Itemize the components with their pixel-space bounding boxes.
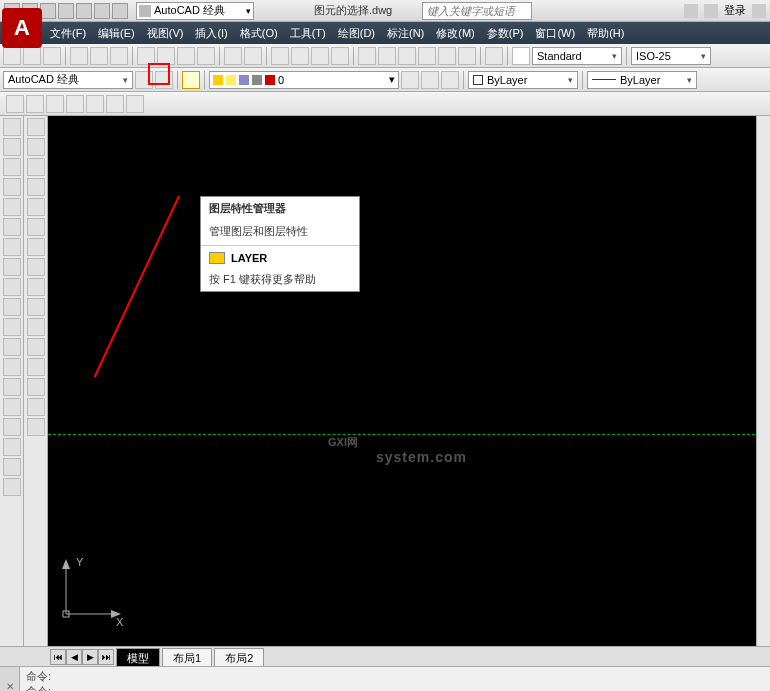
chamfer-icon[interactable] — [27, 378, 45, 396]
ellipse-icon[interactable] — [3, 298, 21, 316]
workspace-name[interactable] — [154, 5, 244, 17]
erase-icon[interactable] — [27, 118, 45, 136]
redo-icon[interactable] — [112, 3, 128, 19]
chevron-down-icon[interactable]: ▾ — [246, 6, 251, 16]
dim-ordinate-icon[interactable] — [126, 95, 144, 113]
tab-prev-icon[interactable]: ◀ — [66, 649, 82, 665]
textstyle-icon[interactable] — [512, 47, 530, 65]
rotate-icon[interactable] — [27, 238, 45, 256]
join-icon[interactable] — [27, 358, 45, 376]
print-icon[interactable] — [70, 47, 88, 65]
design-center-icon[interactable] — [378, 47, 396, 65]
preview-icon[interactable] — [90, 47, 108, 65]
paste-icon[interactable] — [177, 47, 195, 65]
tab-last-icon[interactable]: ⏭ — [98, 649, 114, 665]
rectangle-icon[interactable] — [3, 198, 21, 216]
menu-window[interactable]: 窗口(W) — [529, 23, 581, 43]
v-scrollbar[interactable] — [756, 116, 770, 646]
open-file-icon[interactable] — [23, 47, 41, 65]
menu-insert[interactable]: 插入(I) — [189, 23, 233, 43]
polyline-icon[interactable] — [3, 158, 21, 176]
menu-dimension[interactable]: 标注(N) — [381, 23, 430, 43]
break-icon[interactable] — [27, 338, 45, 356]
publish-icon[interactable] — [110, 47, 128, 65]
dim-arc-icon[interactable] — [66, 95, 84, 113]
match-prop-icon[interactable] — [197, 47, 215, 65]
text-style-selector[interactable]: Standard ▾ — [532, 47, 622, 65]
undo-btn-icon[interactable] — [224, 47, 242, 65]
save-icon[interactable] — [40, 3, 56, 19]
region-icon[interactable] — [3, 438, 21, 456]
tool-palette-icon[interactable] — [398, 47, 416, 65]
layer-prev-icon[interactable] — [441, 71, 459, 89]
array-icon[interactable] — [27, 198, 45, 216]
new-file-icon[interactable] — [3, 47, 21, 65]
fillet-icon[interactable] — [27, 398, 45, 416]
circle-icon[interactable] — [3, 238, 21, 256]
markup-icon[interactable] — [438, 47, 456, 65]
revcloud-icon[interactable] — [3, 258, 21, 276]
properties-icon[interactable] — [358, 47, 376, 65]
calc-icon[interactable] — [458, 47, 476, 65]
zoom-window-icon[interactable] — [311, 47, 329, 65]
menu-view[interactable]: 视图(V) — [141, 23, 190, 43]
arc-icon[interactable] — [3, 218, 21, 236]
drawing-canvas[interactable]: 图层特性管理器 管理图层和图层特性 LAYER 按 F1 键获得更多帮助 GXI… — [48, 116, 770, 646]
pan-icon[interactable] — [271, 47, 289, 65]
help-icon[interactable] — [485, 47, 503, 65]
dim-linear-icon[interactable] — [6, 95, 24, 113]
menu-parametric[interactable]: 参数(P) — [481, 23, 530, 43]
menu-edit[interactable]: 编辑(E) — [92, 23, 141, 43]
close-icon[interactable]: ✕ — [6, 681, 14, 691]
point-icon[interactable] — [3, 378, 21, 396]
table-icon[interactable] — [3, 458, 21, 476]
copy-obj-icon[interactable] — [27, 138, 45, 156]
menu-draw[interactable]: 绘图(D) — [332, 23, 381, 43]
hatch-icon[interactable] — [3, 398, 21, 416]
menu-file[interactable]: 文件(F) — [44, 23, 92, 43]
workspace-combo[interactable]: AutoCAD 经典 ▾ — [3, 71, 133, 89]
xline-icon[interactable] — [3, 138, 21, 156]
extend-icon[interactable] — [27, 318, 45, 336]
gradient-icon[interactable] — [3, 418, 21, 436]
dim-angular-icon[interactable] — [46, 95, 64, 113]
offset-icon[interactable] — [27, 178, 45, 196]
undo-icon[interactable] — [94, 3, 110, 19]
stretch-icon[interactable] — [27, 278, 45, 296]
infocenter-icon[interactable] — [684, 4, 698, 18]
ellipse-arc-icon[interactable] — [3, 318, 21, 336]
layer-iso-icon[interactable] — [421, 71, 439, 89]
move-icon[interactable] — [27, 218, 45, 236]
search-input[interactable] — [422, 2, 532, 20]
dim-diameter-icon[interactable] — [106, 95, 124, 113]
layer-states-icon[interactable] — [401, 71, 419, 89]
polygon-icon[interactable] — [3, 178, 21, 196]
menu-tools[interactable]: 工具(T) — [284, 23, 332, 43]
insert-block-icon[interactable] — [3, 338, 21, 356]
saveas-icon[interactable] — [58, 3, 74, 19]
trim-icon[interactable] — [27, 298, 45, 316]
workspace-selector[interactable]: ▾ — [136, 2, 254, 20]
app-menu-button[interactable]: A — [2, 8, 42, 48]
dim-aligned-icon[interactable] — [26, 95, 44, 113]
scale-icon[interactable] — [27, 258, 45, 276]
zoom-icon[interactable] — [291, 47, 309, 65]
tab-model[interactable]: 模型 — [116, 648, 160, 666]
dim-style-selector[interactable]: ISO-25 ▾ — [631, 47, 711, 65]
redo-btn-icon[interactable] — [244, 47, 262, 65]
spline-icon[interactable] — [3, 278, 21, 296]
save-file-icon[interactable] — [43, 47, 61, 65]
menu-modify[interactable]: 修改(M) — [430, 23, 481, 43]
layer-manager-icon[interactable] — [182, 71, 200, 89]
zoom-prev-icon[interactable] — [331, 47, 349, 65]
make-block-icon[interactable] — [3, 358, 21, 376]
color-selector[interactable]: ByLayer ▾ — [468, 71, 578, 89]
cmdwin-handle[interactable]: ✕ — [0, 667, 20, 691]
cut-icon[interactable] — [137, 47, 155, 65]
tab-first-icon[interactable]: ⏮ — [50, 649, 66, 665]
tab-layout1[interactable]: 布局1 — [162, 648, 212, 666]
signin-icon[interactable] — [704, 4, 718, 18]
dim-radius-icon[interactable] — [86, 95, 104, 113]
login-label[interactable]: 登录 — [724, 3, 746, 18]
tab-next-icon[interactable]: ▶ — [82, 649, 98, 665]
